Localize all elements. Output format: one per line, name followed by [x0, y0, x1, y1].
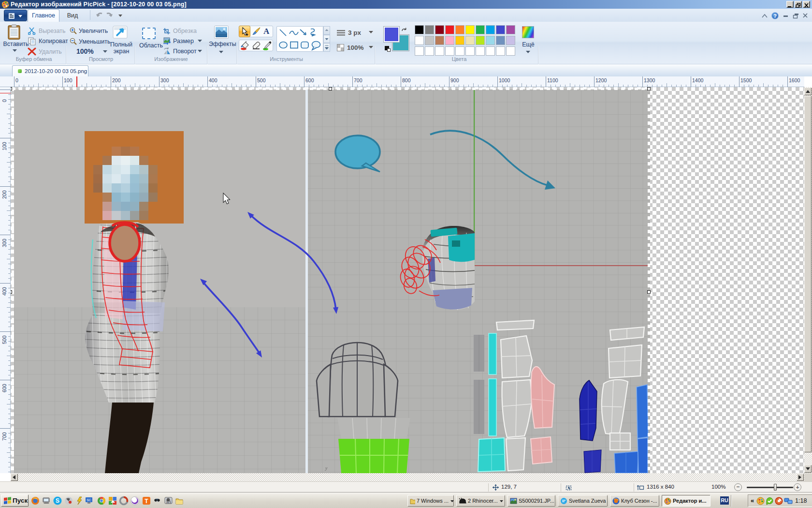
svg-text:S: S [56, 497, 59, 504]
svg-text:T: T [145, 498, 148, 505]
svg-text:321: 321 [166, 500, 172, 504]
svg-text:SC: SC [87, 498, 91, 502]
svg-text:y: y [325, 465, 328, 471]
